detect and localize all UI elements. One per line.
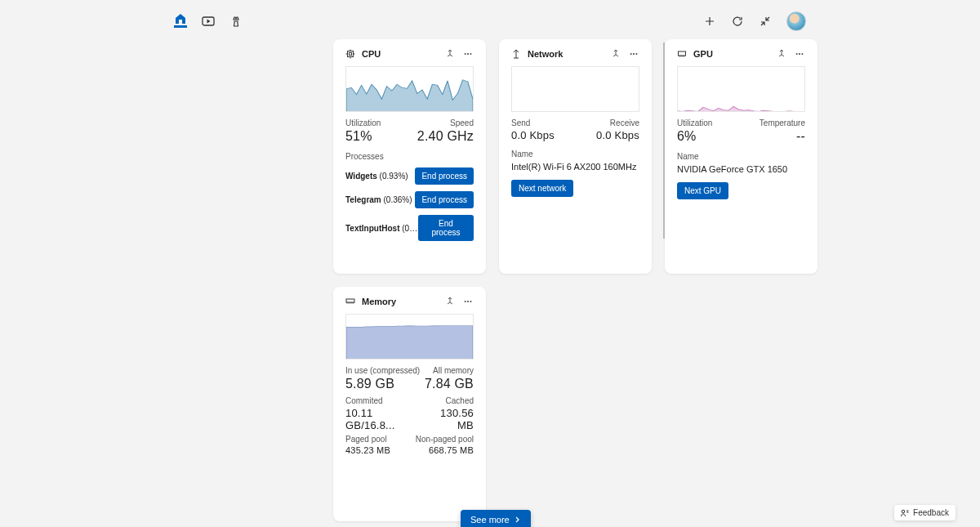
gpu-card: GPU ··· Utilization 6% Temperature -- Na… — [665, 39, 817, 274]
gpu-chart — [677, 66, 805, 112]
end-process-button[interactable]: End process — [418, 215, 474, 241]
mem-commit-label: Commited — [345, 396, 423, 405]
cpu-processes-label: Processes — [345, 152, 474, 161]
next-network-button[interactable]: Next network — [511, 180, 573, 197]
scroll-indicator[interactable] — [663, 42, 665, 239]
more-icon[interactable]: ··· — [462, 48, 474, 60]
home-icon[interactable] — [174, 15, 187, 28]
gpu-name-label: Name — [677, 152, 805, 161]
gpu-util-label: Utilization — [677, 118, 712, 127]
feedback-button[interactable]: Feedback — [894, 505, 956, 520]
svg-point-5 — [902, 510, 905, 513]
toolbar-left — [174, 15, 243, 28]
network-chart — [511, 66, 639, 112]
gpu-temp-label: Temperature — [760, 118, 805, 127]
svg-rect-2 — [350, 53, 352, 56]
cpu-icon — [345, 49, 355, 59]
collapse-icon[interactable] — [759, 15, 772, 28]
chevron-right-icon — [514, 516, 521, 523]
mem-cached-value: 130.56 MB — [423, 407, 474, 431]
net-recv-value: 0.0 Kbps — [596, 129, 639, 141]
mem-all-value: 7.84 GB — [425, 377, 474, 391]
memory-title: Memory — [362, 297, 438, 306]
net-send-value: 0.0 Kbps — [511, 129, 555, 141]
mem-npaged-label: Non-paged pool — [416, 435, 474, 444]
mem-commit-value: 10.11 GB/16.8... — [345, 407, 423, 431]
cpu-util-label: Utilization — [345, 118, 381, 127]
cpu-speed-value: 2.40 GHz — [417, 129, 474, 144]
mem-all-label: All memory — [425, 366, 474, 375]
svg-rect-1 — [348, 51, 354, 57]
chess-icon[interactable] — [229, 15, 243, 28]
cpu-title: CPU — [362, 49, 438, 59]
more-icon[interactable]: ··· — [794, 48, 805, 60]
process-name: TextInputHost (0.1... — [345, 224, 418, 233]
refresh-icon[interactable] — [731, 15, 744, 28]
gpu-util-value: 6% — [677, 129, 712, 144]
next-gpu-button[interactable]: Next GPU — [677, 182, 728, 199]
process-row: TextInputHost (0.1... End process — [345, 215, 474, 241]
more-icon[interactable]: ··· — [462, 296, 474, 307]
gpu-temp-value: -- — [760, 129, 805, 144]
network-card: Network ··· Send 0.0 Kbps Receive 0.0 Kb… — [499, 39, 652, 274]
cpu-speed-label: Speed — [417, 118, 474, 127]
mem-inuse-label: In use (compressed) — [345, 366, 420, 375]
network-title: Network — [528, 49, 604, 59]
mem-inuse-value: 5.89 GB — [345, 377, 420, 391]
plus-icon[interactable] — [703, 15, 716, 28]
process-row: Widgets (0.93%) End process — [345, 167, 474, 185]
end-process-button[interactable]: End process — [415, 191, 474, 208]
feedback-label: Feedback — [913, 508, 949, 517]
toolbar — [0, 0, 980, 36]
memory-chart — [345, 314, 474, 360]
net-name-value: Intel(R) Wi-Fi 6 AX200 160MHz — [511, 162, 639, 172]
cpu-chart — [345, 66, 474, 112]
avatar[interactable] — [786, 11, 806, 31]
net-send-label: Send — [511, 118, 555, 127]
svg-rect-3 — [679, 51, 686, 56]
pin-icon[interactable] — [444, 297, 456, 306]
pin-icon[interactable] — [444, 50, 456, 58]
process-name: Widgets (0.93%) — [345, 172, 408, 181]
process-row: Telegram (0.36%) End process — [345, 191, 474, 208]
gpu-name-value: NVIDIA GeForce GTX 1650 — [677, 164, 805, 174]
memory-icon — [345, 297, 355, 306]
cpu-util-value: 51% — [345, 129, 381, 144]
see-more-button[interactable]: See more — [461, 510, 531, 527]
gpu-title: GPU — [693, 49, 769, 59]
net-recv-label: Receive — [596, 118, 639, 127]
more-icon[interactable]: ··· — [628, 48, 639, 60]
svg-rect-4 — [346, 299, 354, 302]
network-icon — [511, 49, 521, 59]
toolbar-right — [703, 11, 806, 31]
mem-npaged-value: 668.75 MB — [416, 445, 474, 455]
mem-paged-label: Paged pool — [345, 435, 390, 444]
feedback-icon — [901, 509, 909, 517]
cpu-card: CPU ··· Utilization 51% Speed 2.40 GHz P… — [333, 39, 486, 274]
net-name-label: Name — [511, 150, 639, 159]
gpu-icon — [677, 49, 687, 59]
see-more-label: See more — [470, 515, 510, 525]
mem-cached-label: Cached — [423, 396, 474, 405]
process-name: Telegram (0.36%) — [345, 195, 412, 204]
pin-icon[interactable] — [776, 50, 787, 58]
widget-board: CPU ··· Utilization 51% Speed 2.40 GHz P… — [333, 36, 978, 521]
pin-icon[interactable] — [610, 50, 621, 58]
mem-paged-value: 435.23 MB — [345, 445, 390, 455]
end-process-button[interactable]: End process — [415, 167, 474, 185]
memory-card: Memory ··· In use (compressed) 5.89 GB A… — [333, 287, 486, 521]
video-icon[interactable] — [202, 15, 215, 28]
